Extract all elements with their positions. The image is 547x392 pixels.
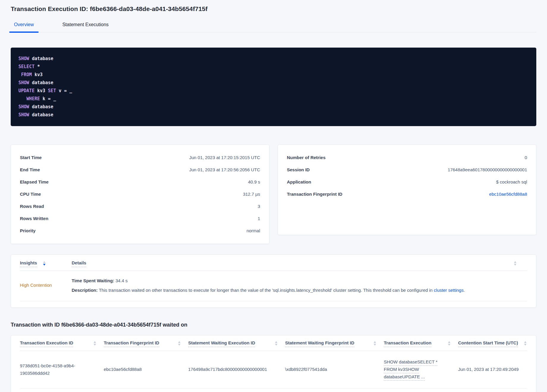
sort-arrows-icon[interactable] — [514, 261, 516, 266]
tab-statement-executions[interactable]: Statement Executions — [58, 20, 114, 32]
sql-line: UPDATE kv3 SET v = _ — [18, 87, 529, 95]
sort-arrows-icon[interactable] — [374, 341, 376, 346]
sql-line: WHERE k = _ — [18, 95, 529, 103]
description-suffix: . — [463, 288, 465, 293]
description-line: Description: This transaction waited on … — [72, 287, 527, 293]
sort-arrows-icon[interactable] — [448, 341, 450, 346]
transaction-details-page: Transaction Execution ID: f6be6366-da03-… — [0, 0, 547, 392]
insight-row: High Contention Time Spent Waiting: 34.4… — [20, 271, 527, 301]
stat-value: Jun 01, 2023 at 17:20:15:2015 UTC — [189, 155, 260, 160]
transaction-meta-card: Number of Retries 0 Session ID 17648a9ee… — [278, 145, 536, 235]
tab-overview[interactable]: Overview — [9, 20, 39, 32]
stat-row-start-time: Start Time Jun 01, 2023 at 17:20:15:2015… — [20, 151, 260, 164]
column-header-transaction-fingerprint-id: Transaction Fingerprint ID — [104, 340, 188, 347]
sort-desc-icon — [178, 344, 180, 346]
transaction-fingerprint-id-link[interactable]: ebc10ae56cfd88a8 — [489, 192, 527, 197]
stat-row-session-id: Session ID 17648a9eea6017800000000000000… — [287, 164, 527, 176]
cell-transaction-execution: SHOW databaseSELECT * FROM kv3SHOW datab… — [384, 358, 458, 380]
stat-label: Session ID — [287, 167, 310, 172]
stat-value: Jun 01, 2023 at 17:20:56:2056 UTC — [189, 167, 260, 172]
stat-row-transaction-fingerprint-id: Transaction Fingerprint ID ebc10ae56cfd8… — [287, 188, 527, 200]
sort-arrows-icon[interactable] — [178, 341, 180, 346]
stat-value: $ cockroach sql — [496, 179, 527, 184]
sql-line: SHOW database — [18, 79, 529, 87]
sort-asc-icon — [43, 261, 45, 263]
column-header-transaction-execution: Transaction Execution — [384, 340, 458, 347]
tab-statement-executions-label: Statement Executions — [62, 22, 109, 27]
sql-line: SHOW database — [18, 111, 529, 119]
stat-value: 0 — [525, 155, 527, 160]
stat-label: CPU Time — [20, 192, 41, 197]
transaction-times-card: Start Time Jun 01, 2023 at 17:20:15:2015… — [11, 145, 269, 244]
stat-label: End Time — [20, 167, 40, 172]
stat-row-end-time: End Time Jun 01, 2023 at 17:20:56:2056 U… — [20, 164, 260, 176]
stat-row-rows-read: Rows Read 3 — [20, 200, 260, 212]
sql-statements-box: SHOW databaseSELECT * FROM kv3SHOW datab… — [11, 48, 536, 126]
transaction-execution-statement-link[interactable]: SHOW databaseSELECT * FROM kv3SHOW datab… — [384, 359, 438, 379]
stat-label: Start Time — [20, 155, 42, 160]
stat-value: 312.7 µs — [243, 192, 260, 197]
column-header-statement-waiting-execution-id: Statement Waiting Execution ID — [188, 340, 285, 347]
sql-line: FROM kv3 — [18, 71, 529, 79]
details-sort-header[interactable]: Details — [72, 260, 86, 267]
sort-asc-icon — [514, 261, 516, 263]
time-spent-waiting-line: Time Spent Waiting: 34.4 s — [72, 277, 527, 284]
waited-on-table-header: Transaction Execution ID Transaction Fin… — [20, 340, 527, 351]
stat-value: 17648a9eea6017800000000000000001 — [448, 167, 527, 172]
insight-details: Time Spent Waiting: 34.4 s Description: … — [72, 277, 527, 293]
cluster-settings-link[interactable]: cluster settings — [434, 288, 463, 293]
insight-type-label: High Contention — [20, 277, 72, 293]
stat-value: normal — [246, 228, 260, 233]
cell-transaction-execution-id: 9738d051-bc0e-4158-a9b4-1903586ddd42 — [20, 362, 104, 377]
tab-overview-label: Overview — [14, 22, 34, 27]
stat-row-application: Application $ cockroach sql — [287, 176, 527, 188]
column-header-statement-waiting-fingerprint-id: Statement Waiting Fingerprint ID — [285, 340, 384, 347]
description-label: Description: — [72, 288, 98, 293]
stat-value: 40.9 s — [248, 179, 260, 184]
sort-asc-icon — [275, 341, 277, 343]
sort-arrows-icon[interactable] — [524, 341, 526, 346]
sort-arrows-icon[interactable] — [94, 341, 96, 346]
insights-table-header: Insights Details — [20, 260, 527, 271]
sort-asc-icon — [94, 341, 96, 343]
sql-line: SELECT * — [18, 63, 529, 71]
stat-label: Elapsed Time — [20, 179, 48, 184]
cell-contention-start-time: Jun 01, 2023 at 17:20:49:2049 — [458, 366, 527, 373]
table-row: 9738d051-bc0e-4158-a9b4-1903586ddd42 ebc… — [20, 351, 527, 388]
stat-row-priority: Priority normal — [20, 225, 260, 237]
sort-arrows-icon[interactable] — [275, 341, 277, 346]
sort-header[interactable]: Transaction Execution ID — [20, 340, 73, 347]
stat-row-retries: Number of Retries 0 — [287, 151, 527, 164]
sort-asc-icon — [374, 341, 376, 343]
cell-statement-waiting-fingerprint-id: \xdb8922f077541dda — [285, 366, 384, 373]
description-text: This transaction waited on other transac… — [98, 288, 434, 293]
stat-value: 1 — [258, 216, 260, 221]
insights-sort-header[interactable]: Insights — [20, 260, 37, 267]
sql-line: SHOW database — [18, 103, 529, 111]
sort-header[interactable]: Contention Start Time (UTC) — [458, 340, 518, 347]
waited-on-heading: Transaction with ID f6be6366-da03-48de-a… — [11, 322, 536, 328]
stat-label: Priority — [20, 228, 36, 233]
stat-label: Application — [287, 179, 311, 184]
time-spent-waiting-value: 34.4 s — [114, 278, 128, 283]
sort-arrows-icon[interactable] — [43, 261, 45, 266]
stat-row-cpu-time: CPU Time 312.7 µs — [20, 188, 260, 200]
cell-statement-waiting-execution-id: 176498a9c717bdc80000000000000001 — [188, 366, 285, 373]
tab-bar: Overview Statement Executions — [9, 20, 536, 32]
stat-label: Transaction Fingerprint ID — [287, 192, 342, 197]
sort-asc-icon — [178, 341, 180, 343]
sort-header[interactable]: Statement Waiting Fingerprint ID — [285, 340, 354, 347]
sort-header[interactable]: Statement Waiting Execution ID — [188, 340, 255, 347]
sort-header[interactable]: Transaction Execution — [384, 340, 431, 347]
sort-desc-icon — [514, 264, 516, 266]
sort-desc-icon — [448, 344, 450, 346]
stat-label: Rows Written — [20, 216, 48, 221]
page-title: Transaction Execution ID: f6be6366-da03-… — [11, 5, 536, 12]
sort-header[interactable]: Transaction Fingerprint ID — [104, 340, 159, 347]
stat-row-elapsed-time: Elapsed Time 40.9 s — [20, 176, 260, 188]
column-header-contention-start-time: Contention Start Time (UTC) — [458, 340, 527, 347]
sort-desc-icon — [374, 344, 376, 346]
time-spent-waiting-label: Time Spent Waiting: — [72, 278, 114, 283]
sort-desc-icon — [524, 344, 526, 346]
stat-label: Rows Read — [20, 204, 44, 209]
